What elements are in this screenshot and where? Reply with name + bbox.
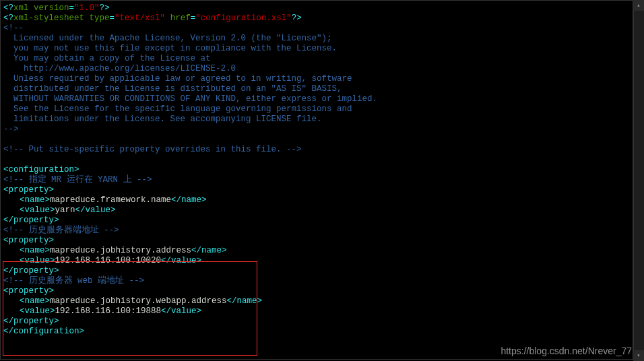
license-line: http://www.apache.org/licenses/LICENSE-2… (3, 64, 633, 74)
watermark-text: https://blog.csdn.net/Nrever_77 (501, 346, 632, 357)
property-value: <value>192.168.116.100:10020</value> (3, 256, 633, 266)
scroll-down-button[interactable]: ▾ (633, 350, 644, 361)
property-open: <property> (3, 185, 633, 195)
property-name: <name>mapreduce.framework.name</name> (3, 195, 633, 205)
comment-history: <!-- 历史服务器端地址 --> (3, 226, 633, 236)
property-open: <property> (3, 236, 633, 246)
property-open: <property> (3, 286, 633, 296)
configuration-open: <configuration> (3, 165, 633, 175)
blank-line (3, 135, 633, 145)
property-close: </property> (3, 317, 633, 327)
license-line: Licensed under the Apache License, Versi… (3, 34, 633, 44)
license-line: You may obtain a copy of the License at (3, 54, 633, 64)
property-value: <value>yarn</value> (3, 205, 633, 216)
license-line: you may not use this file except in comp… (3, 44, 633, 54)
override-comment: <!-- Put site-specific property override… (3, 145, 633, 155)
property-name: <name>mapreduce.jobhistory.address</name… (3, 246, 633, 256)
code-viewer: <?xml version="1.0"?> <?xml-stylesheet t… (0, 0, 633, 360)
property-value: <value>192.168.116.100:19888</value> (3, 306, 633, 317)
license-line: See the License for the specific languag… (3, 104, 633, 114)
license-line: Unless required by applicable law or agr… (3, 74, 633, 84)
license-close: --> (3, 125, 633, 135)
scroll-up-button[interactable]: ▴ (633, 0, 644, 11)
license-open: <!-- (3, 24, 633, 34)
stylesheet-type-value: text/xsl (120, 13, 160, 23)
blank-line (3, 155, 633, 165)
property-close: </property> (3, 216, 633, 226)
license-line: distributed under the License is distrib… (3, 84, 633, 94)
property-name: <name>mapreduce.jobhistory.webapp.addres… (3, 296, 633, 306)
license-line: WITHOUT WARRANTIES OR CONDITIONS OF ANY … (3, 94, 633, 104)
xml-version-value: 1.0 (79, 3, 95, 13)
comment-yarn: <!-- 指定 MR 运行在 YARN 上 --> (3, 175, 633, 185)
license-line: limitations under the License. See accom… (3, 114, 633, 125)
xml-stylesheet: <?xml-stylesheet type="text/xsl" href="c… (3, 13, 633, 24)
configuration-close: </configuration> (3, 327, 633, 337)
xml-declaration: <?xml version="1.0"?> (3, 3, 633, 13)
property-close: </property> (3, 266, 633, 276)
stylesheet-href-value: configuration.xsl (201, 13, 287, 23)
scrollbar-track[interactable]: ▴ ▾ (633, 0, 644, 361)
comment-web: <!-- 历史服务器 web 端地址 --> (3, 276, 633, 286)
